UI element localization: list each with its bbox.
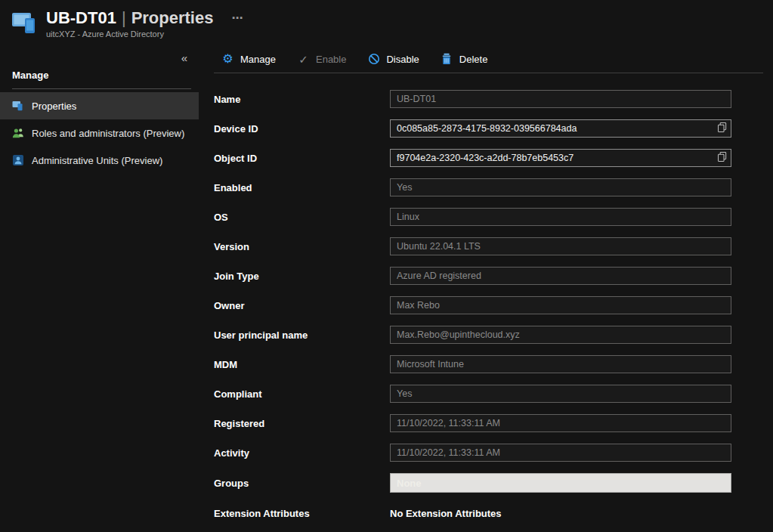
- owner-field: [390, 296, 731, 314]
- field-label: Registered: [214, 418, 390, 429]
- field-label: Name: [214, 94, 390, 105]
- copy-icon: [716, 151, 728, 165]
- title-separator: |: [122, 8, 126, 28]
- main-content: ⚙ Manage ✓ Enable Disable: [199, 45, 773, 532]
- sidebar-item-administrative-units[interactable]: Administrative Units (Preview): [0, 147, 199, 174]
- form-row-activity: Activity: [214, 444, 773, 462]
- version-field: [390, 237, 731, 255]
- sidebar-item-roles-and-administrators[interactable]: Roles and administrators (Preview): [0, 119, 199, 147]
- check-icon: ✓: [297, 53, 310, 66]
- extension-attributes-value: No Extension Attributes: [390, 508, 502, 519]
- command-bar: ⚙ Manage ✓ Enable Disable: [214, 45, 773, 73]
- page-title: UB-DT01 | Properties ⋯: [46, 8, 244, 28]
- field-label: Version: [214, 241, 390, 252]
- more-icon[interactable]: ⋯: [231, 8, 244, 28]
- devices-icon: [11, 11, 39, 36]
- form-row-extension-attributes: Extension Attributes No Extension Attrib…: [214, 504, 773, 522]
- form-row-user-principal-name: User principal name: [214, 326, 773, 344]
- collapse-sidebar-icon[interactable]: «: [181, 51, 187, 64]
- field-label: Compliant: [214, 388, 390, 400]
- field-label: Join Type: [214, 271, 390, 282]
- object-id-field[interactable]: [390, 149, 731, 167]
- user-principal-name-field: [390, 326, 731, 344]
- copy-icon: [716, 122, 728, 135]
- field-label: Owner: [214, 300, 390, 311]
- blade-name: Properties: [131, 8, 214, 28]
- manage-button[interactable]: ⚙ Manage: [214, 50, 283, 69]
- devices-icon: [12, 100, 24, 112]
- title-block: UB-DT01 | Properties ⋯ uitcXYZ - Azure A…: [46, 8, 244, 39]
- join-type-field: [390, 267, 731, 285]
- disable-button[interactable]: Disable: [360, 50, 426, 69]
- copy-object-id-button[interactable]: [715, 151, 729, 165]
- enable-button: ✓ Enable: [289, 50, 354, 69]
- roles-icon: [12, 127, 24, 139]
- activity-field: [390, 444, 731, 462]
- field-label: Device ID: [214, 123, 390, 135]
- delete-button[interactable]: Delete: [433, 50, 496, 69]
- form-row-owner: Owner: [214, 296, 773, 314]
- groups-field[interactable]: [390, 473, 731, 493]
- form-row-device-id: Device ID: [214, 119, 773, 138]
- field-label: Extension Attributes: [214, 508, 390, 519]
- form-row-mdm: MDM: [214, 355, 773, 373]
- sidebar-item-properties[interactable]: Properties: [0, 92, 199, 119]
- device-id-field[interactable]: [390, 119, 731, 138]
- breadcrumb-subtitle: uitcXYZ - Azure Active Directory: [46, 29, 244, 39]
- form-row-compliant: Compliant: [214, 385, 773, 403]
- page-header: UB-DT01 | Properties ⋯ uitcXYZ - Azure A…: [0, 0, 773, 45]
- properties-form: Name Device ID: [214, 73, 773, 522]
- block-icon: [367, 53, 380, 66]
- form-row-os: OS: [214, 208, 773, 226]
- form-row-version: Version: [214, 237, 773, 255]
- sidebar: « Manage Properties Roles and ad: [0, 45, 199, 532]
- form-row-enabled: Enabled: [214, 178, 773, 196]
- disable-button-label: Disable: [386, 54, 419, 65]
- sidebar-item-label: Roles and administrators (Preview): [32, 128, 184, 139]
- manage-button-label: Manage: [240, 54, 276, 65]
- field-label: Groups: [214, 478, 390, 489]
- mdm-field: [390, 355, 731, 373]
- form-row-name: Name: [214, 90, 773, 108]
- compliant-field: [390, 385, 731, 403]
- field-label: Enabled: [214, 182, 390, 193]
- delete-button-label: Delete: [459, 54, 488, 65]
- device-name: UB-DT01: [46, 8, 116, 28]
- sidebar-section-title: Manage: [0, 50, 199, 88]
- form-row-registered: Registered: [214, 414, 773, 432]
- form-row-join-type: Join Type: [214, 267, 773, 285]
- field-label: User principal name: [214, 329, 390, 341]
- gear-icon: ⚙: [221, 53, 234, 66]
- sidebar-item-label: Properties: [32, 101, 76, 112]
- registered-field: [390, 414, 731, 432]
- enabled-field: [390, 178, 731, 196]
- trash-icon: [441, 53, 453, 66]
- field-label: OS: [214, 212, 390, 223]
- admin-units-icon: [12, 154, 24, 166]
- name-field: [390, 90, 731, 108]
- field-label: Activity: [214, 447, 390, 459]
- os-field: [390, 208, 731, 226]
- copy-device-id-button[interactable]: [715, 122, 729, 135]
- enable-button-label: Enable: [316, 54, 346, 65]
- field-label: Object ID: [214, 153, 390, 164]
- field-label: MDM: [214, 359, 390, 370]
- form-row-groups: Groups: [214, 473, 773, 493]
- sidebar-item-label: Administrative Units (Preview): [32, 155, 162, 166]
- page-body: « Manage Properties Roles and ad: [0, 45, 773, 532]
- sidebar-divider: [12, 88, 191, 89]
- form-row-object-id: Object ID: [214, 149, 773, 167]
